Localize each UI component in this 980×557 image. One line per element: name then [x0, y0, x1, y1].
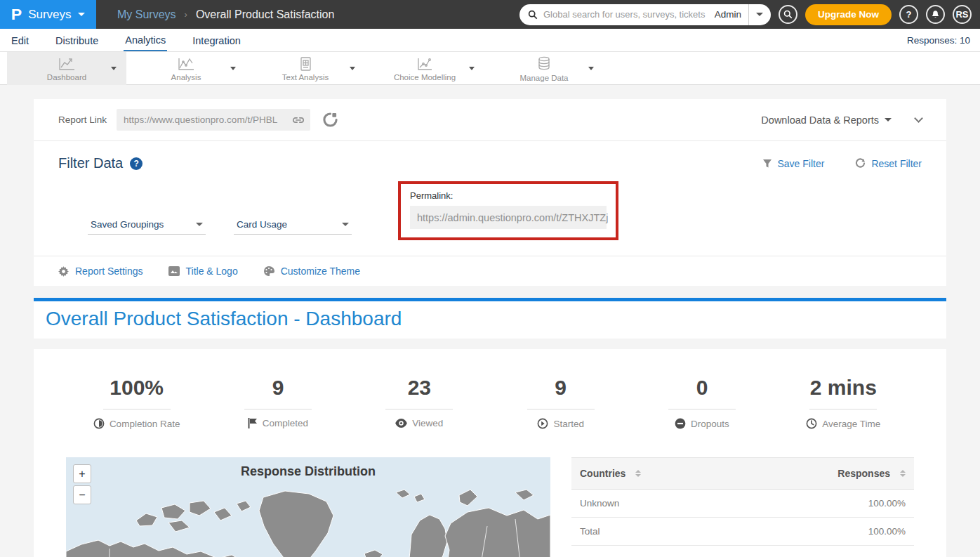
chevron-down-icon[interactable] [588, 67, 594, 70]
search-icon [783, 10, 793, 19]
topbar-actions: Admin Upgrade Now ? RS [519, 4, 980, 25]
chevron-down-icon [756, 13, 763, 16]
database-icon [536, 55, 552, 72]
notifications-button[interactable] [926, 5, 945, 24]
stat-dropouts: 0 Dropouts [631, 376, 772, 429]
global-search-input[interactable] [538, 9, 715, 20]
chevron-down-icon[interactable] [469, 67, 475, 70]
save-filter-label: Save Filter [778, 158, 825, 169]
chevron-down-icon[interactable] [230, 67, 236, 70]
nav-item-analytics[interactable]: Analytics [124, 30, 167, 51]
responses-column-header[interactable]: Responses [837, 468, 890, 479]
title-logo-label: Title & Logo [186, 266, 238, 277]
countries-column-header[interactable]: Countries [580, 468, 625, 479]
minus-circle-icon [675, 418, 686, 429]
collapse-panel-icon[interactable] [914, 114, 923, 123]
stat-value: 0 [696, 376, 708, 400]
card-usage-select[interactable]: Card Usage [234, 215, 352, 235]
tab-label: Manage Data [519, 74, 568, 82]
stat-started: 9 Started [490, 376, 631, 429]
card-usage-label: Card Usage [237, 219, 287, 230]
stat-label: Completion Rate [110, 419, 180, 429]
report-link-label: Report Link [58, 114, 107, 125]
report-actions: Download Data & Reports [761, 114, 922, 126]
user-avatar[interactable]: RS [953, 5, 972, 24]
search-scope-dropdown[interactable] [748, 4, 771, 25]
nav-item-distribute[interactable]: Distribute [54, 30, 100, 51]
permalink-highlight-box: Permalink: https://admin.questionpro.com… [398, 181, 618, 240]
dashboard-heading-card: Overall Product Satisfaction - Dashboard [34, 301, 946, 339]
report-privacy-icon[interactable] [323, 112, 338, 127]
chevron-down-icon[interactable] [111, 67, 117, 70]
report-filter-card: Report Link https://www.questionpro.com/… [34, 99, 946, 286]
breadcrumb-my-surveys[interactable]: My Surveys [117, 8, 176, 21]
sort-icon[interactable] [900, 470, 906, 477]
analysis-chart-icon [177, 56, 195, 72]
survey-section-nav: Edit Distribute Analytics Integration Re… [0, 29, 980, 52]
dashboard-chart-icon [58, 56, 76, 72]
flag-icon [248, 418, 258, 428]
world-map [66, 484, 550, 557]
search-scope-label: Admin [715, 9, 748, 20]
gear-icon [58, 266, 69, 277]
tab-manage-data[interactable]: Manage Data [484, 52, 604, 85]
chevron-down-icon[interactable] [350, 67, 355, 70]
choice-modelling-icon [416, 56, 434, 72]
report-link-field[interactable]: https://www.questionpro.com/t/PHBL [117, 109, 310, 131]
quick-search-button[interactable] [779, 5, 797, 24]
map-zoom-in-button[interactable]: + [73, 464, 91, 483]
tab-text-analysis[interactable]: Text Analysis [246, 52, 365, 85]
report-settings-label: Report Settings [75, 266, 143, 277]
permalink-field[interactable]: https://admin.questionpro.com/t/ZTHXJTZj [410, 206, 607, 229]
stat-average-time: 2 mins Average Time [773, 376, 914, 429]
stat-label: Average Time [822, 419, 880, 429]
palette-icon [263, 266, 274, 277]
stat-value: 2 mins [810, 376, 877, 400]
tab-choice-modelling[interactable]: Choice Modelling [365, 52, 484, 85]
report-link-row: Report Link https://www.questionpro.com/… [34, 99, 946, 141]
tab-analysis[interactable]: Analysis [126, 52, 246, 85]
report-settings-button[interactable]: Report Settings [58, 266, 143, 277]
customize-theme-button[interactable]: Customize Theme [263, 266, 360, 277]
title-logo-button[interactable]: Title & Logo [168, 266, 238, 277]
saved-groupings-label: Saved Groupings [91, 219, 164, 230]
funnel-icon [762, 159, 772, 169]
surveys-app-switcher[interactable]: P Surveys [0, 0, 96, 29]
stat-label: Viewed [412, 418, 443, 428]
nav-item-integration[interactable]: Integration [191, 30, 242, 51]
report-settings-row: Report Settings Title & Logo Customize T… [34, 256, 946, 286]
eye-icon [395, 419, 407, 428]
tab-dashboard[interactable]: Dashboard [7, 52, 126, 85]
sort-icon[interactable] [635, 470, 641, 477]
tab-label: Analysis [171, 73, 201, 81]
nav-item-edit[interactable]: Edit [10, 30, 30, 51]
breadcrumb: My Surveys › Overall Product Satisfactio… [117, 8, 334, 21]
report-link-url: https://www.questionpro.com/t/PHBL [124, 114, 292, 125]
completion-rate-icon [93, 418, 105, 429]
response-distribution-map[interactable]: Response Distribution + − [66, 457, 550, 557]
stat-value: 23 [408, 376, 431, 400]
download-data-reports-dropdown[interactable]: Download Data & Reports [761, 114, 892, 126]
help-button[interactable]: ? [899, 5, 918, 24]
upgrade-now-button[interactable]: Upgrade Now [805, 4, 892, 25]
dashboard-card: 100% Completion Rate 9 [34, 349, 946, 557]
map-title: Response Distribution [66, 457, 550, 479]
saved-groupings-select[interactable]: Saved Groupings [88, 215, 206, 235]
tab-label: Dashboard [47, 73, 86, 81]
chevron-down-icon [342, 223, 349, 226]
product-label: Surveys [28, 8, 71, 22]
country-cell: Unknown [571, 490, 736, 518]
stat-value: 9 [272, 376, 284, 400]
reset-filter-label: Reset Filter [871, 158, 922, 169]
filter-help-icon[interactable]: ? [130, 157, 143, 170]
reset-filter-button[interactable]: Reset Filter [855, 158, 922, 169]
link-icon[interactable] [292, 115, 305, 125]
save-filter-button[interactable]: Save Filter [762, 158, 825, 169]
analytics-toolbar: Dashboard Analysis Text Analysis [0, 52, 980, 85]
global-search-bar[interactable]: Admin [519, 4, 771, 25]
filter-data-section: Filter Data ? Save Filter Res [34, 141, 946, 256]
avatar-initials: RS [955, 9, 968, 20]
stats-row: 100% Completion Rate 9 [66, 376, 914, 429]
chevron-down-icon [885, 118, 892, 122]
permalink-url: https://admin.questionpro.com/t/ZTHXJTZj [417, 212, 608, 223]
